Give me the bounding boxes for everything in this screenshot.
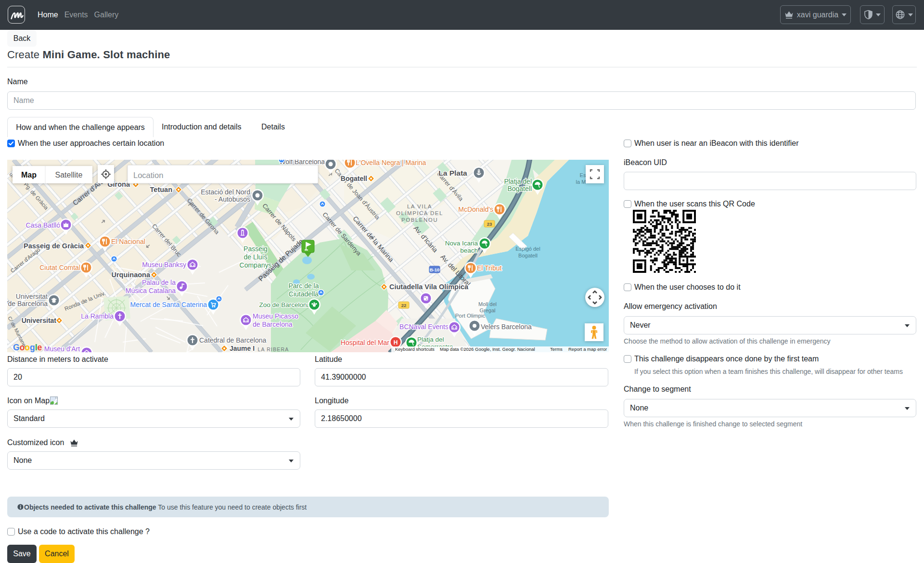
svg-text:Map: Map bbox=[21, 171, 37, 179]
svg-text:OLÍMPICA DEL: OLÍMPICA DEL bbox=[396, 210, 443, 216]
svg-text:beach: beach bbox=[460, 247, 478, 254]
svg-text:El Nacional: El Nacional bbox=[111, 238, 145, 245]
svg-text:Velers Barcelona: Velers Barcelona bbox=[481, 323, 532, 331]
svg-text:L'Ovella Negra | Marina: L'Ovella Negra | Marina bbox=[356, 160, 426, 166]
svg-text:POBLENOU: POBLENOU bbox=[401, 217, 438, 223]
svg-text:Es: Es bbox=[580, 172, 586, 178]
svg-text:La Plata: La Plata bbox=[438, 169, 467, 177]
svg-text:Urquinaona: Urquinaona bbox=[111, 271, 150, 279]
svg-text:Terms: Terms bbox=[550, 346, 563, 352]
svg-text:Mercat de Santa Caterina: Mercat de Santa Caterina bbox=[130, 301, 207, 308]
svg-text:Tetuan: Tetuan bbox=[150, 186, 172, 193]
svg-text:El Tribut: El Tribut bbox=[477, 264, 501, 272]
svg-text:LA RIBERA: LA RIBERA bbox=[257, 346, 289, 352]
svg-text:Map data ©2026 Google, Inst. G: Map data ©2026 Google, Inst. Geogr. Naci… bbox=[440, 346, 535, 352]
svg-text:la M: la M bbox=[576, 179, 586, 185]
svg-text:Moll del: Moll del bbox=[478, 301, 497, 307]
svg-text:Satellite: Satellite bbox=[55, 171, 83, 179]
svg-text:22: 22 bbox=[401, 303, 407, 308]
svg-text:Palau de la: Palau de la bbox=[142, 279, 176, 286]
svg-text:Wolf Barcelona: Wolf Barcelona bbox=[279, 160, 325, 166]
svg-text:Passeig: Passeig bbox=[244, 245, 268, 253]
svg-text:H: H bbox=[394, 339, 398, 346]
svg-text:Ciutadella: Ciutadella bbox=[289, 290, 319, 298]
svg-text:Espigó del: Espigó del bbox=[515, 246, 540, 252]
svg-text:McDonald's: McDonald's bbox=[458, 205, 493, 213]
svg-text:Platja del: Platja del bbox=[417, 336, 444, 343]
svg-text:Ciutadella Vila Olímpica: Ciutadella Vila Olímpica bbox=[389, 283, 469, 291]
svg-text:Museu d'Art: Museu d'Art bbox=[44, 345, 80, 352]
svg-text:Port Olimpic: Port Olimpic bbox=[455, 313, 486, 319]
svg-text:LA VILA: LA VILA bbox=[407, 204, 432, 209]
svg-text:Estació del Nord: Estació del Nord bbox=[201, 188, 250, 196]
svg-text:Hospital del Mar: Hospital del Mar bbox=[341, 339, 389, 346]
svg-text:Nova Icaria: Nova Icaria bbox=[445, 240, 478, 247]
svg-text:BCNaval Events: BCNaval Events bbox=[399, 323, 449, 331]
svg-text:Location: Location bbox=[133, 171, 163, 179]
svg-text:de Lluís: de Lluís bbox=[244, 253, 267, 261]
svg-text:Google: Google bbox=[13, 343, 42, 352]
svg-text:Museu Banksy: Museu Banksy bbox=[142, 261, 186, 269]
svg-text:Jaume I: Jaume I bbox=[230, 345, 255, 352]
svg-text:de Barcelona: de Barcelona bbox=[8, 300, 48, 307]
svg-text:Platja del: Platja del bbox=[504, 178, 532, 185]
svg-text:Bogatell: Bogatell bbox=[518, 253, 538, 258]
svg-text:Bogatell: Bogatell bbox=[341, 175, 367, 182]
svg-text:Bogatell: Bogatell bbox=[507, 185, 532, 192]
svg-text:Casa Batlló: Casa Batlló bbox=[26, 221, 60, 229]
svg-text:23: 23 bbox=[487, 221, 492, 227]
svg-text:- Autobusos: - Autobusos bbox=[215, 195, 250, 203]
svg-text:Música Catalana: Música Catalana bbox=[126, 287, 176, 294]
svg-text:Universitat: Universitat bbox=[16, 293, 48, 300]
svg-text:Universitat: Universitat bbox=[22, 317, 57, 324]
svg-text:Zoo de Barcelona: Zoo de Barcelona bbox=[259, 301, 310, 308]
svg-text:Catedral de Barcelona: Catedral de Barcelona bbox=[199, 336, 267, 344]
svg-text:Ciutat Comtal: Ciutat Comtal bbox=[39, 264, 80, 271]
svg-text:La Rambla: La Rambla bbox=[81, 312, 114, 320]
svg-text:B-10: B-10 bbox=[430, 267, 440, 272]
svg-text:de Barcelona: de Barcelona bbox=[253, 320, 293, 328]
svg-text:Companys: Companys bbox=[240, 261, 272, 269]
svg-text:Report a map error: Report a map error bbox=[568, 346, 607, 352]
svg-text:Keyboard shortcuts: Keyboard shortcuts bbox=[395, 346, 435, 352]
svg-text:Passeig de Gràcia: Passeig de Gràcia bbox=[24, 242, 84, 250]
svg-text:Museu Picasso: Museu Picasso bbox=[253, 312, 298, 320]
svg-text:Parc de la: Parc de la bbox=[288, 282, 319, 290]
